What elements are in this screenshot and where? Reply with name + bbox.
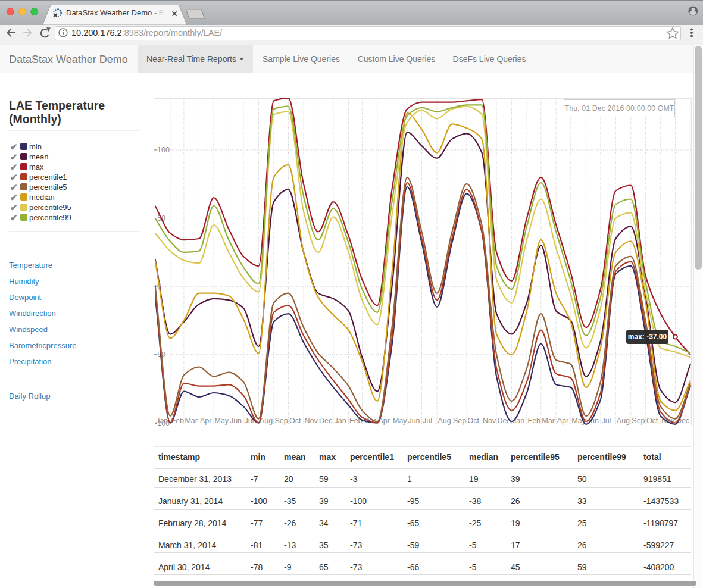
svg-text:Jun: Jun bbox=[230, 417, 242, 425]
svg-text:Oct: Oct bbox=[468, 417, 480, 425]
svg-text:Sep: Sep bbox=[632, 417, 645, 425]
svg-text:Mar: Mar bbox=[185, 417, 198, 425]
svg-text:Sep: Sep bbox=[274, 417, 288, 425]
svg-text:Jan: Jan bbox=[335, 417, 346, 425]
svg-text:Oct: Oct bbox=[289, 417, 301, 425]
svg-text:Jul: Jul bbox=[601, 417, 611, 425]
svg-text:Aug: Aug bbox=[438, 417, 451, 425]
svg-text:Sep: Sep bbox=[453, 417, 466, 425]
svg-text:Dec: Dec bbox=[498, 417, 511, 425]
svg-text:Apr: Apr bbox=[557, 417, 568, 425]
svg-text:100: 100 bbox=[157, 146, 170, 154]
svg-text:May: May bbox=[215, 417, 229, 425]
svg-text:Feb: Feb bbox=[528, 417, 541, 425]
svg-text:Feb: Feb bbox=[349, 417, 363, 425]
svg-text:Nov: Nov bbox=[483, 417, 496, 425]
svg-text:Dec: Dec bbox=[319, 417, 332, 425]
svg-text:Mar: Mar bbox=[542, 417, 555, 425]
svg-text:Jul: Jul bbox=[423, 417, 432, 425]
svg-text:Aug: Aug bbox=[260, 417, 273, 425]
svg-text:Aug: Aug bbox=[617, 417, 630, 425]
svg-text:Jan: Jan bbox=[156, 417, 168, 425]
svg-text:Nov: Nov bbox=[305, 417, 318, 425]
svg-text:May: May bbox=[393, 417, 407, 425]
svg-text:Jun: Jun bbox=[408, 417, 420, 425]
svg-text:Apr: Apr bbox=[200, 417, 211, 425]
svg-text:Oct: Oct bbox=[646, 417, 658, 425]
